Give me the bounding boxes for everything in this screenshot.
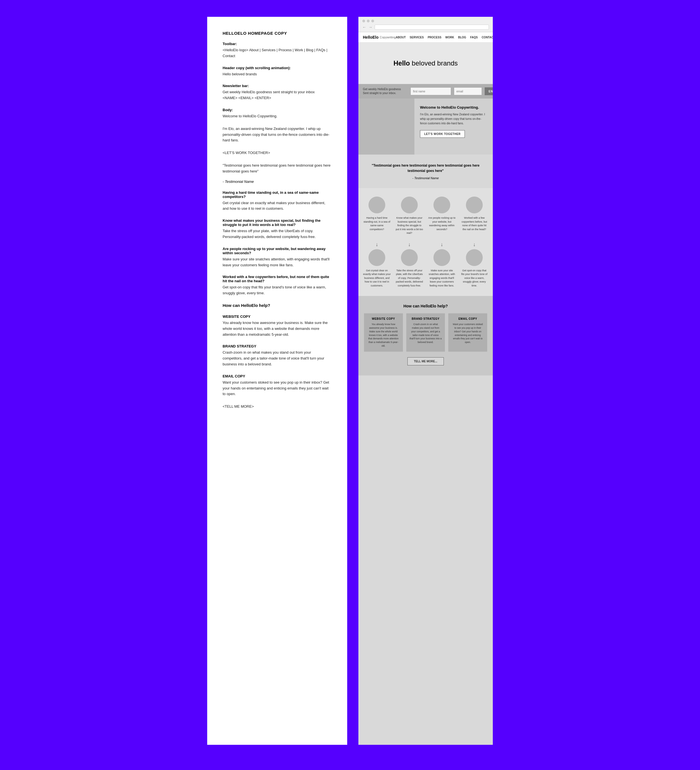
how-heading: How can HelloElo help? <box>223 303 332 308</box>
problem-1-heading: Having a hard time standing out, in a se… <box>223 191 332 199</box>
doc-title: HELLOELO HOMEPAGE COPY <box>223 31 332 36</box>
solution-item-4: Get spot-on copy that fits your brand's … <box>460 249 488 288</box>
body-heading: Welcome to HelloElo Copywriting. <box>420 105 487 110</box>
body-image <box>358 99 414 155</box>
arrow-1: ↓ <box>363 242 391 247</box>
right-panel: ← → HelloElo Copywriting ABOUT SERVICES … <box>358 17 493 745</box>
problem-circle-3 <box>433 197 450 214</box>
service-card-email: EMAIL COPY Want your customers stoked to… <box>448 313 487 351</box>
service-text-email: Want your customers stoked to see you po… <box>452 323 484 344</box>
problem-4-content: Get spot-on copy that fits your brand's … <box>223 285 332 296</box>
service-title-website: WEBSITE COPY <box>367 317 399 320</box>
browser-nav: ← → <box>362 25 489 30</box>
nav-services[interactable]: SERVICES <box>410 36 424 39</box>
website-copy-content: You already know how awesome your busine… <box>223 320 332 337</box>
arrow-4: ↓ <box>460 242 488 247</box>
service-card-brand: BRAND STRATEGY Crash-zoom in on what mak… <box>406 313 445 351</box>
first-name-input[interactable] <box>411 87 451 95</box>
nav-about[interactable]: ABOUT <box>396 36 406 39</box>
body-paragraph: I'm Elo, an award-winning New Zealand co… <box>420 112 487 126</box>
newsletter-bar: Get weekly HelloElo goodness Sent straig… <box>358 84 493 99</box>
solution-circle-1 <box>369 249 385 266</box>
solution-text-1: Get crystal clear on exactly what makes … <box>363 269 391 288</box>
solution-item-2: Take the stress off your plate, with the… <box>395 249 424 288</box>
problem-2-content: Take the stress off your plate, with the… <box>223 228 332 240</box>
problem-item-2: Know what makes your business special, b… <box>395 197 424 235</box>
testimonial-name: - Testimonial Name <box>370 176 482 180</box>
solutions-grid: Get crystal clear on exactly what makes … <box>363 249 488 288</box>
nav-contact[interactable]: CONTACT <box>482 36 493 39</box>
hero-section: Hello beloved brands <box>358 42 493 84</box>
testimonial-quote: "Testimonial goes here testimonial goes … <box>370 163 482 174</box>
nav-faqs[interactable]: FAQS <box>470 36 478 39</box>
problem-text-4: Worked with a few copywriters before, bu… <box>460 216 488 231</box>
problem-circle-4 <box>466 197 483 214</box>
website-copy-title: WEBSITE COPY <box>223 314 332 319</box>
problem-item-3: Are people rocking up to your website, b… <box>428 197 456 235</box>
how-section: How can HelloElo help? WEBSITE COPY You … <box>358 296 493 375</box>
work-together-button[interactable]: LET'S WORK TOGETHER <box>420 130 465 138</box>
service-title-brand: BRAND STRATEGY <box>410 317 442 320</box>
solution-text-2: Take the stress off your plate, with the… <box>395 269 424 288</box>
email-input[interactable] <box>454 87 482 95</box>
newsletter-content: Get weekly HelloElo goodness sent straig… <box>223 89 332 101</box>
email-copy-title: EMAIL COPY <box>223 374 332 378</box>
problem-text-2: Know what makes your business special, b… <box>395 216 424 235</box>
testimonial-text: "Testimonial goes here testimonial goes … <box>223 163 332 175</box>
body-paragraph: I'm Elo, an award-winning New Zealand co… <box>223 126 332 143</box>
solution-item-1: Get crystal clear on exactly what makes … <box>363 249 391 288</box>
tell-more-button[interactable]: TELL ME MORE... <box>407 357 444 366</box>
browser-dots <box>362 19 489 23</box>
left-panel: HELLOELO HOMEPAGE COPY Toolbar: <HelloEl… <box>207 17 347 745</box>
site-nav-links: ABOUT SERVICES PROCESS WORK BLOG FAQS CO… <box>396 36 493 39</box>
service-text-brand: Crash-zoom in on what makes you stand ou… <box>410 323 442 344</box>
problems-grid: Having a hard time standing out, in a se… <box>363 197 488 235</box>
nav-process[interactable]: PROCESS <box>428 36 441 39</box>
problem-circle-2 <box>401 197 418 214</box>
solution-circle-2 <box>401 249 418 266</box>
problem-item-1: Having a hard time standing out, in a se… <box>363 197 391 235</box>
back-button[interactable]: ← <box>362 25 366 29</box>
email-copy-content: Want your customers stoked to see you po… <box>223 380 332 397</box>
cta-1: <LET'S WORK TOGETHER> <box>223 150 332 156</box>
newsletter-bar-text: Get weekly HelloElo goodness Sent straig… <box>363 87 408 95</box>
nav-blog[interactable]: BLOG <box>458 36 466 39</box>
cta-2: <TELL ME MORE> <box>223 404 332 410</box>
problem-item-4: Worked with a few copywriters before, bu… <box>460 197 488 235</box>
toolbar-content: <HelloElo logo> About | Services | Proce… <box>223 47 332 59</box>
testimonial-name: - Testimonial Name <box>223 180 332 184</box>
services-grid: WEBSITE COPY You already know how awesom… <box>364 313 487 351</box>
problem-circle-1 <box>369 197 385 214</box>
hero-title-normal: beloved brands <box>410 59 458 67</box>
header-label: Header copy (with scrolling animation): <box>223 66 332 70</box>
body-label: Body: <box>223 108 332 112</box>
browser-dot-1 <box>362 19 365 23</box>
forward-button[interactable]: → <box>369 25 372 29</box>
browser-dot-2 <box>367 19 370 23</box>
problem-text-1: Having a hard time standing out, in a se… <box>363 216 391 231</box>
brand-strategy-content: Crash-zoom in on what makes you stand ou… <box>223 350 332 367</box>
solution-circle-3 <box>433 249 450 266</box>
body-copy: Welcome to HelloElo Copywriting. I'm Elo… <box>414 99 493 155</box>
solution-text-4: Get spot-on copy that fits your brand's … <box>460 269 488 288</box>
hero-title-bold: Hello <box>393 59 410 67</box>
site-logo: HelloElo <box>363 35 378 39</box>
enter-button[interactable]: ENTER <box>485 87 493 95</box>
problem-3-content: Make sure your site snatches attention, … <box>223 257 332 268</box>
problem-text-3: Are people rocking up to your website, b… <box>428 216 456 231</box>
problem-4-heading: Worked with a few copywriters before, bu… <box>223 275 332 283</box>
arrow-row: ↓ ↓ ↓ ↓ <box>363 242 488 247</box>
toolbar-label: Toolbar: <box>223 42 332 46</box>
nav-work[interactable]: WORK <box>445 36 454 39</box>
solution-text-3: Make sure your site snatches attention, … <box>428 269 456 288</box>
arrow-3: ↓ <box>428 242 456 247</box>
problem-3-heading: Are people rocking up to your website, b… <box>223 247 332 255</box>
solution-item-3: Make sure your site snatches attention, … <box>428 249 456 288</box>
problem-2-heading: Know what makes your business special, b… <box>223 218 332 227</box>
service-text-website: You already know how awesome your busine… <box>367 323 399 348</box>
body-section: Welcome to HelloElo Copywriting. I'm Elo… <box>358 99 493 155</box>
url-bar[interactable] <box>375 25 489 30</box>
site-logo-sub: Copywriting <box>380 36 396 39</box>
brand-strategy-title: BRAND STRATEGY <box>223 344 332 348</box>
problem-1-content: Get crystal clear on exactly what makes … <box>223 200 332 212</box>
